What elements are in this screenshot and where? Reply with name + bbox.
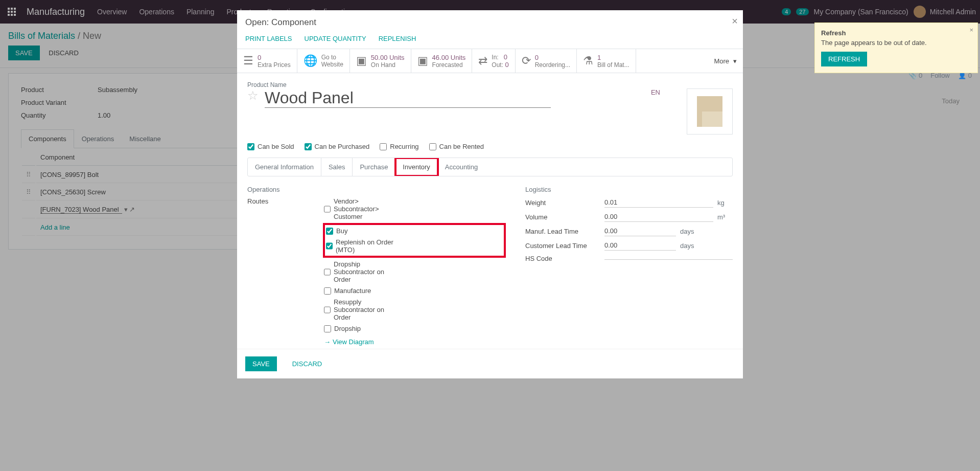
manuf-lead-label: Manuf. Lead Time	[525, 228, 604, 235]
list-icon: ☰	[243, 54, 253, 68]
favorite-star-icon[interactable]: ☆	[247, 88, 259, 103]
route-vendor-sub-customer[interactable]: Vendor> Subcontractor> Customer	[324, 197, 401, 220]
check-can-be-rented[interactable]: Can be Rented	[429, 143, 484, 150]
product-name-input[interactable]: Wood Panel	[265, 88, 551, 108]
flask-icon: ⚗	[583, 54, 593, 68]
weight-input[interactable]: 0.01	[604, 197, 713, 208]
route-buy[interactable]: Buy	[326, 227, 403, 235]
cust-lead-label: Customer Lead Time	[525, 242, 604, 250]
check-can-be-sold[interactable]: Can be Sold	[247, 143, 294, 150]
chevron-down-icon: ▾	[733, 57, 737, 65]
refresh-button[interactable]: REFRESH	[821, 52, 867, 66]
check-recurring[interactable]: Recurring	[380, 143, 418, 150]
stat-bom[interactable]: ⚗1Bill of Mat...	[577, 49, 636, 73]
cust-lead-input[interactable]: 0.00	[604, 240, 676, 251]
product-name-label: Product Name	[247, 81, 733, 88]
stat-forecasted[interactable]: ▣46.00 UnitsForecasted	[411, 49, 473, 73]
section-logistics: Logistics	[525, 186, 733, 193]
routes-label: Routes	[247, 197, 324, 255]
tab-general[interactable]: General Information	[248, 158, 321, 176]
volume-input[interactable]: 0.00	[604, 212, 713, 222]
tab-inventory[interactable]: Inventory	[395, 158, 437, 176]
lang-badge[interactable]: EN	[651, 88, 660, 96]
manuf-lead-input[interactable]: 0.00	[604, 226, 676, 236]
stat-extra-prices[interactable]: ☰0Extra Prices	[237, 49, 297, 73]
toast-close-icon[interactable]: ×	[969, 26, 973, 34]
globe-icon: 🌐	[304, 54, 317, 68]
product-image[interactable]	[687, 88, 733, 134]
tab-purchase[interactable]: Purchase	[353, 158, 395, 176]
stat-inout[interactable]: ⇄In: 0Out: 0	[472, 49, 515, 73]
volume-label: Volume	[525, 213, 604, 221]
today-label: Today	[942, 97, 960, 105]
update-quantity-button[interactable]: UPDATE QUANTITY	[305, 35, 366, 42]
transfer-icon: ⇄	[478, 54, 487, 68]
refresh-icon: ⟳	[522, 54, 531, 68]
replenish-button[interactable]: REPLENISH	[379, 35, 416, 42]
check-can-be-purchased[interactable]: Can be Purchased	[305, 143, 370, 150]
product-tabs: General Information Sales Purchase Inven…	[247, 158, 733, 176]
section-operations: Operations	[247, 186, 505, 193]
cubes-icon: ▣	[356, 54, 367, 68]
modal-title: Open: Component	[237, 10, 743, 35]
route-mto[interactable]: Replenish on Order (MTO)	[326, 238, 403, 254]
stat-website[interactable]: 🌐Go toWebsite	[297, 49, 350, 73]
toast-title: Refresh	[821, 29, 971, 37]
tab-accounting[interactable]: Accounting	[438, 158, 485, 176]
toast-body: The page appears to be out of date.	[821, 39, 971, 47]
cubes-icon: ▣	[417, 54, 428, 68]
routes-list: Vendor> Subcontractor> Customer Buy Repl…	[324, 197, 505, 255]
modal-toolbar: PRINT LABELS UPDATE QUANTITY REPLENISH	[237, 35, 743, 49]
component-modal: × Open: Component PRINT LABELS UPDATE QU…	[237, 10, 743, 255]
stat-buttons: ☰0Extra Prices 🌐Go toWebsite ▣50.00 Unit…	[237, 49, 743, 73]
print-labels-button[interactable]: PRINT LABELS	[245, 35, 292, 42]
weight-label: Weight	[525, 199, 604, 207]
stat-more[interactable]: More ▾	[708, 49, 743, 73]
stat-reordering[interactable]: ⟳0Reordering...	[516, 49, 577, 73]
refresh-toast: × Refresh The page appears to be out of …	[814, 23, 978, 73]
close-icon[interactable]: ×	[732, 15, 738, 27]
stat-onhand[interactable]: ▣50.00 UnitsOn Hand	[350, 49, 411, 73]
tab-sales[interactable]: Sales	[321, 158, 353, 176]
